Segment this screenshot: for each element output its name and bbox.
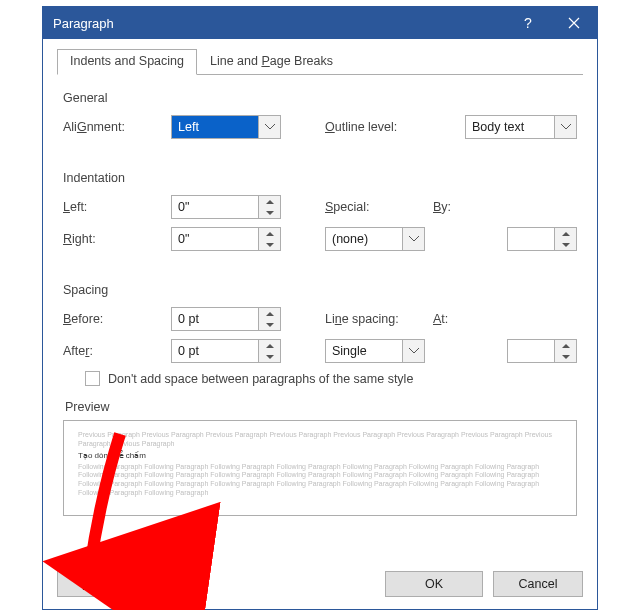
indent-left-spinner[interactable]: 0" <box>171 195 281 219</box>
alignment-combo[interactable]: Left <box>171 115 281 139</box>
tabs-button[interactable]: Tabs... <box>57 571 147 597</box>
special-combo[interactable]: (none) <box>325 227 425 251</box>
by-spinner[interactable] <box>507 227 577 251</box>
at-spinner[interactable] <box>507 339 577 363</box>
section-indentation: Indentation <box>63 171 577 185</box>
section-spacing: Spacing <box>63 283 577 297</box>
chevron-down-icon[interactable] <box>402 340 424 362</box>
checkbox-icon <box>85 371 100 386</box>
footer: Tabs... OK Cancel <box>57 571 583 597</box>
paragraph-dialog: Paragraph ? Indents and Spacing Line and… <box>42 6 598 610</box>
stepper-icon[interactable] <box>258 308 280 330</box>
cancel-button[interactable]: Cancel <box>493 571 583 597</box>
preview-label: Preview <box>65 400 577 414</box>
chevron-down-icon[interactable] <box>258 116 280 138</box>
before-spinner[interactable]: 0 pt <box>171 307 281 331</box>
by-label: By: <box>433 200 493 214</box>
ok-button[interactable]: OK <box>385 571 483 597</box>
close-icon <box>568 17 580 29</box>
tab-indents-spacing[interactable]: Indents and Spacing <box>57 49 197 75</box>
outline-label: Outline level: <box>325 120 433 134</box>
titlebar: Paragraph ? <box>43 7 597 39</box>
indent-right-spinner[interactable]: 0" <box>171 227 281 251</box>
tabstrip: Indents and Spacing Line and Page Breaks <box>57 49 583 75</box>
indent-left-label: Left: <box>63 200 171 214</box>
after-label: After: <box>63 344 171 358</box>
stepper-icon[interactable] <box>554 228 576 250</box>
preview-box: Previous Paragraph Previous Paragraph Pr… <box>63 420 577 516</box>
preview-sample: Tạo dòng kẻ chấm <box>78 451 562 461</box>
preview-next: Following Paragraph Following Paragraph … <box>78 463 562 498</box>
line-spacing-combo[interactable]: Single <box>325 339 425 363</box>
section-general: General <box>63 91 577 105</box>
stepper-icon[interactable] <box>258 228 280 250</box>
preview-prev: Previous Paragraph Previous Paragraph Pr… <box>78 431 562 449</box>
help-button[interactable]: ? <box>505 7 551 39</box>
stepper-icon[interactable] <box>258 196 280 218</box>
after-spinner[interactable]: 0 pt <box>171 339 281 363</box>
tab-line-page-breaks[interactable]: Line and Page Breaks <box>197 49 346 75</box>
dialog-title: Paragraph <box>53 16 505 31</box>
chevron-down-icon[interactable] <box>402 228 424 250</box>
same-style-checkbox[interactable]: Don't add space between paragraphs of th… <box>85 371 577 386</box>
at-label: At: <box>433 312 493 326</box>
stepper-icon[interactable] <box>258 340 280 362</box>
alignment-label: AliGnment: <box>63 120 171 134</box>
before-label: Before: <box>63 312 171 326</box>
special-label: Special: <box>325 200 433 214</box>
chevron-down-icon[interactable] <box>554 116 576 138</box>
outline-level-combo[interactable]: Body text <box>465 115 577 139</box>
indent-right-label: Right: <box>63 232 171 246</box>
close-button[interactable] <box>551 7 597 39</box>
stepper-icon[interactable] <box>554 340 576 362</box>
line-spacing-label: Line spacing: <box>325 312 433 326</box>
